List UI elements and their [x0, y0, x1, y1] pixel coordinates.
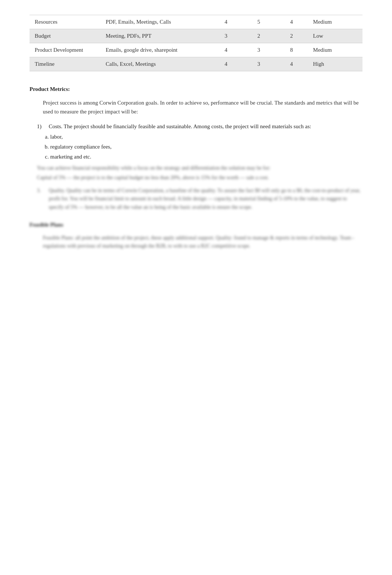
list-item-1-text: Costs. The project should be financially…	[49, 122, 311, 131]
cell-col1: Budget	[30, 29, 100, 43]
sub-list-item-a: labor,	[50, 132, 362, 141]
cell-col6: Medium	[308, 15, 362, 29]
cell-col2: Meeting, PDFs, PPT	[100, 29, 210, 43]
table-row: Timeline Calls, Excel, Meetings 4 3 4 Hi…	[30, 57, 362, 71]
cell-col6: Medium	[308, 43, 362, 57]
cell-col1: Product Development	[30, 43, 100, 57]
cell-col5: 8	[275, 43, 308, 57]
cell-col4: 5	[243, 15, 275, 29]
intro-paragraph: Project success is among Corwin Corporat…	[43, 98, 362, 116]
cell-col2: Emails, google drive, sharepoint	[100, 43, 210, 57]
list-item-1-number: 1)	[37, 122, 46, 131]
table-row: Resources PDF, Emails, Meetings, Calls 4…	[30, 15, 362, 29]
cell-col3: 4	[210, 15, 243, 29]
cell-col6: Low	[308, 29, 362, 43]
list-item-2-blurred: You can achieve financial responsibility…	[37, 164, 362, 182]
cell-col2: Calls, Excel, Meetings	[100, 57, 210, 71]
ordered-list: 1) Costs. The project should be financia…	[37, 122, 362, 211]
list-item-1: 1) Costs. The project should be financia…	[37, 122, 362, 161]
cell-col5: 4	[275, 57, 308, 71]
blurred-section-body: Feasible Plans: all point the ambition o…	[43, 234, 362, 251]
product-metrics-section: Product Metrics: Project success is amon…	[30, 86, 362, 251]
cell-col4: 2	[243, 29, 275, 43]
cell-col5: 4	[275, 15, 308, 29]
list-item-1-main: 1) Costs. The project should be financia…	[37, 122, 362, 131]
cell-col4: 3	[243, 43, 275, 57]
cell-col6: High	[308, 57, 362, 71]
list-item-3-blurred: 3. Quality. Quality can be in terms of C…	[37, 187, 362, 211]
table-row: Budget Meeting, PDFs, PPT 3 2 2 Low	[30, 29, 362, 43]
cell-col3: 4	[210, 43, 243, 57]
cell-col5: 2	[275, 29, 308, 43]
sub-list-1: labor, regulatory compliance fees, marke…	[50, 132, 362, 161]
data-table: Resources PDF, Emails, Meetings, Calls 4…	[30, 15, 362, 71]
cell-col1: Timeline	[30, 57, 100, 71]
table-row: Product Development Emails, google drive…	[30, 43, 362, 57]
page-content: Resources PDF, Emails, Meetings, Calls 4…	[30, 15, 362, 251]
sub-list-item-b: regulatory compliance fees,	[50, 142, 362, 151]
cell-col2: PDF, Emails, Meetings, Calls	[100, 15, 210, 29]
section-title: Product Metrics:	[30, 86, 362, 92]
cell-col3: 4	[210, 57, 243, 71]
sub-list-item-c: marketing and etc.	[50, 152, 362, 161]
blurred-section-title: Feasible Plans	[30, 222, 63, 228]
cell-col4: 3	[243, 57, 275, 71]
cell-col1: Resources	[30, 15, 100, 29]
cell-col3: 3	[210, 29, 243, 43]
